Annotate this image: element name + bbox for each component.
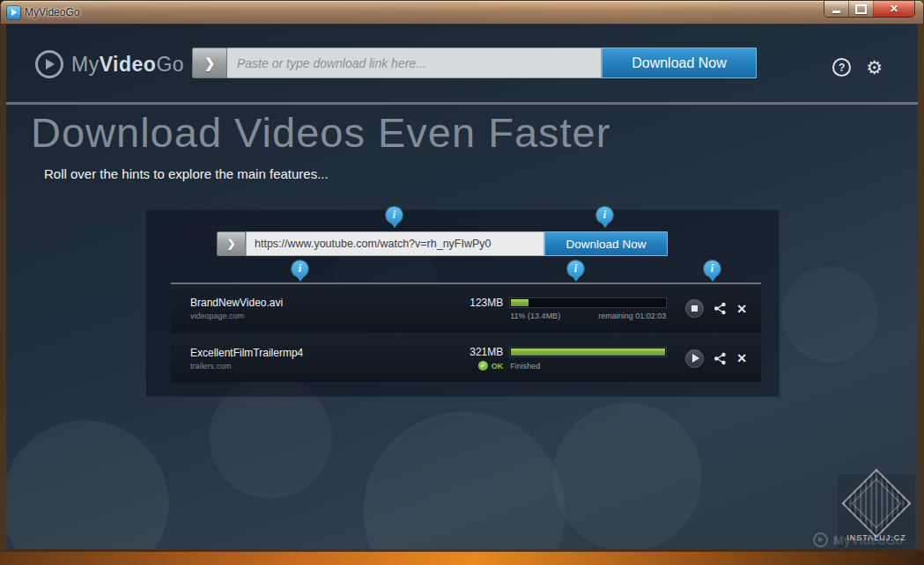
app-icon [7,6,20,19]
remove-download-button[interactable]: ✕ [736,302,747,316]
file-info: BrandNewVideo.avi videopage.com [190,297,448,320]
file-size: 321MB [469,346,503,358]
instaluj-badge: INSTALUJ.CZ [838,474,915,548]
stop-button[interactable] [685,299,704,318]
file-name: BrandNewVideo.avi [190,297,448,309]
play-logo-icon [35,50,63,78]
download-list: BrandNewVideo.avi videopage.com 123MB 11… [171,282,761,382]
info-pin-controls[interactable]: i [704,260,721,277]
maximize-button[interactable] [849,1,874,17]
remove-download-button[interactable]: ✕ [736,351,747,365]
share-icon [713,352,727,365]
close-icon: ✕ [736,351,747,365]
file-info: ExcellentFilmTrailermp4 trailers.com [190,347,448,371]
download-row: BrandNewVideo.avi videopage.com 123MB 11… [171,284,761,333]
row-controls: ✕ [685,349,747,368]
diamond-logo-icon [841,468,911,538]
ok-badge: ✓ OK [478,361,504,371]
play-button[interactable] [685,349,704,368]
main-url-bar: ❯ Download Now [192,48,757,78]
info-pin-download-button[interactable]: i [596,207,613,224]
badge-text: INSTALUJ.CZ [838,533,915,542]
progress-bar [510,298,666,307]
download-now-button[interactable]: Download Now [602,48,757,78]
progress-area: 321MB ✓ OK Finished [448,346,666,371]
info-pin-progress[interactable]: i [567,260,584,277]
check-icon: ✓ [478,361,488,371]
progress-bar [510,348,666,356]
go-arrow-button[interactable]: ❯ [192,48,227,78]
help-icon[interactable]: ? [832,58,851,77]
window-title: MyVideoGo [25,6,79,18]
ok-label: OK [492,362,504,371]
header-icons: ? ⚙ [832,58,883,77]
progress-labels: 11% (13.4MB) remaining 01:02:03 [510,312,666,320]
progress-percent-label: 11% (13.4MB) [510,312,560,320]
share-icon [713,302,727,315]
finished-label: Finished [510,362,540,371]
file-name: ExcellentFilmTrailermp4 [190,347,448,359]
app-window: MyVideoGo ✕ MyVideoGo ❯ Download Now ? ⚙ [0,0,924,552]
logo-text: MyVideoGo [71,53,184,77]
remaining-time-label: remaining 01:02:03 [598,312,666,320]
minimize-icon [832,11,840,13]
window-controls: ✕ [824,1,915,18]
download-row: ExcellentFilmTrailermp4 trailers.com 321… [171,334,761,382]
titlebar[interactable]: MyVideoGo ✕ [0,0,924,24]
demo-go-arrow-button[interactable]: ❯ [217,231,246,256]
page-subtitle: Roll over the hints to explore the main … [44,166,329,181]
app-logo: MyVideoGo [35,50,184,78]
close-icon: ✕ [736,302,747,316]
play-logo-icon [813,532,828,547]
share-button[interactable] [713,352,727,365]
demo-panel: i i i i i ❯ Download Now BrandNewVideo.a… [145,209,780,397]
stop-icon [691,305,698,312]
progress-labels: Finished [510,362,666,371]
progress-fill [511,349,665,356]
app-client-area: MyVideoGo ❯ Download Now ? ⚙ Download Vi… [6,24,918,549]
chevron-right-icon: ❯ [204,55,216,71]
demo-url-input[interactable] [246,231,544,256]
row-controls: ✕ [685,299,747,318]
progress-fill [511,299,528,306]
close-icon: ✕ [890,4,898,14]
close-button[interactable]: ✕ [874,1,914,17]
chevron-right-icon: ❯ [226,238,235,250]
minimize-button[interactable] [824,1,849,17]
info-pin-url-input[interactable]: i [386,207,403,224]
file-size: 123MB [469,297,503,309]
file-source: videopage.com [190,312,448,320]
maximize-icon [855,4,867,14]
info-pin-filename[interactable]: i [292,260,308,277]
gear-icon[interactable]: ⚙ [866,58,883,77]
header-divider [6,102,918,105]
share-button[interactable] [713,302,727,315]
page-title: Download Videos Even Faster [31,108,610,157]
window-frame: MyVideoGo ❯ Download Now ? ⚙ Download Vi… [0,24,924,552]
file-source: trailers.com [190,362,448,371]
play-icon [692,354,699,363]
demo-download-now-button[interactable]: Download Now [544,231,668,256]
download-link-input[interactable] [227,48,602,78]
progress-area: 123MB 11% (13.4MB) remaining 01:02:03 [448,297,666,320]
